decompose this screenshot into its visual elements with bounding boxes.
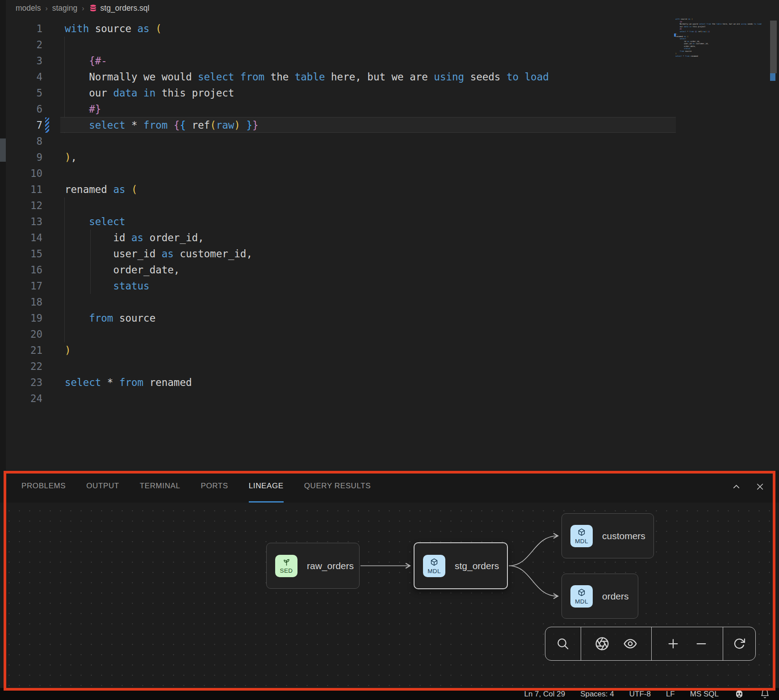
code-line[interactable]: 19 from source: [6, 310, 779, 326]
code-line[interactable]: 7 select * from {{ ref(raw) }}: [6, 117, 779, 133]
chevron-up-icon[interactable]: [731, 481, 742, 492]
code-line[interactable]: 18: [6, 294, 779, 310]
sprout-icon: [282, 557, 291, 567]
code-line[interactable]: 22: [6, 358, 779, 374]
status-item-ln-7-col-29[interactable]: Ln 7, Col 29: [524, 690, 565, 699]
eye-icon: [623, 637, 637, 651]
status-item-ms-sql[interactable]: MS SQL: [690, 690, 719, 699]
line-number: 5: [6, 85, 42, 101]
code-line[interactable]: 24: [6, 390, 779, 407]
lineage-node-stg_orders[interactable]: MDLstg_orders: [414, 542, 508, 589]
minimap[interactable]: with source as ( {#- Normally we would s…: [675, 18, 767, 89]
line-number: 21: [6, 342, 42, 358]
node-label: stg_orders: [455, 561, 499, 571]
cube-icon: [577, 528, 586, 537]
breadcrumb-item-staging[interactable]: staging: [52, 4, 77, 13]
model-badge: MDL: [423, 555, 445, 577]
code-line[interactable]: 13 select: [6, 214, 779, 230]
line-number: 13: [6, 214, 42, 230]
tab-ports[interactable]: PORTS: [201, 470, 228, 503]
line-number: 24: [6, 390, 42, 407]
bell-icon[interactable]: [760, 689, 770, 699]
status-bar: Ln 7, Col 29Spaces: 4UTF-8LFMS SQL: [0, 688, 779, 700]
code-editor[interactable]: models › staging › stg_orders.sql 1with …: [6, 0, 779, 470]
toolbar-group: [723, 627, 755, 660]
code-line[interactable]: 16 order_date,: [6, 262, 779, 278]
line-number: 9: [6, 149, 42, 165]
breadcrumb-item-models[interactable]: models: [16, 4, 41, 13]
refresh-button[interactable]: [733, 637, 746, 650]
code-line[interactable]: 17 status: [6, 278, 779, 294]
scrollbar-modified-decoration: [770, 73, 775, 81]
code-line[interactable]: 9),: [6, 149, 779, 165]
tab-lineage[interactable]: LINEAGE: [249, 470, 284, 503]
code-line[interactable]: 3 {#-: [6, 53, 779, 69]
status-item-lf[interactable]: LF: [666, 690, 675, 699]
code-line[interactable]: 12: [6, 197, 779, 214]
sidebar-edge: [0, 0, 6, 470]
close-icon[interactable]: [754, 481, 766, 492]
zoom-in-icon: [666, 637, 680, 650]
line-number: 8: [6, 133, 42, 149]
lineage-node-orders[interactable]: MDLorders: [561, 574, 638, 619]
badge-label: MDL: [427, 568, 441, 574]
code-line[interactable]: 5 our data in this project: [6, 85, 779, 101]
model-badge: MDL: [570, 585, 593, 608]
copilot-icon[interactable]: [734, 689, 745, 700]
breadcrumb: models › staging › stg_orders.sql: [16, 4, 149, 13]
line-number: 1: [6, 21, 42, 37]
vscode-window: models › staging › stg_orders.sql 1with …: [0, 0, 779, 700]
line-number: 12: [6, 197, 42, 214]
code-line[interactable]: 2: [6, 37, 779, 53]
code-line[interactable]: 14 id as order_id,: [6, 230, 779, 246]
tab-problems[interactable]: PROBLEMS: [21, 470, 66, 503]
line-number: 11: [6, 181, 42, 197]
line-number: 23: [6, 374, 42, 390]
tab-terminal[interactable]: TERMINAL: [140, 470, 180, 503]
lineage-edge: [509, 536, 557, 566]
aperture-icon: [595, 637, 609, 651]
code-line[interactable]: 1with source as (: [6, 21, 779, 37]
eye-button[interactable]: [623, 637, 637, 651]
status-item-spaces-4[interactable]: Spaces: 4: [580, 690, 614, 699]
model-badge: MDL: [570, 525, 593, 547]
chevron-right-icon: ›: [82, 4, 84, 13]
code-lines[interactable]: 1with source as (23 {#-4 Normally we wou…: [6, 21, 779, 407]
badge-label: SED: [280, 567, 293, 574]
code-line[interactable]: 8: [6, 133, 779, 149]
line-number: 16: [6, 262, 42, 278]
search-button[interactable]: [556, 637, 570, 650]
line-number: 17: [6, 278, 42, 294]
lineage-toolbar: [545, 627, 756, 661]
lineage-node-customers[interactable]: MDLcustomers: [561, 513, 654, 558]
code-line[interactable]: 23select * from renamed: [6, 374, 779, 390]
line-number: 2: [6, 37, 42, 53]
code-line[interactable]: 15 user_id as customer_id,: [6, 246, 779, 262]
chevron-right-icon: ›: [45, 4, 47, 13]
code-line[interactable]: 6 #}: [6, 101, 779, 117]
scrollbar-thumb[interactable]: [770, 21, 777, 73]
toolbar-group: [652, 627, 723, 660]
breadcrumb-item-file[interactable]: stg_orders.sql: [89, 4, 150, 13]
aperture-button[interactable]: [595, 637, 609, 651]
line-number: 10: [6, 165, 42, 181]
sidebar-drag-handle[interactable]: [0, 138, 6, 162]
code-line[interactable]: 20: [6, 326, 779, 342]
zoom-in-button[interactable]: [666, 637, 680, 650]
tab-output[interactable]: OUTPUT: [86, 470, 119, 503]
tab-query-results[interactable]: QUERY RESULTS: [304, 470, 371, 503]
line-number: 22: [6, 358, 42, 374]
badge-label: MDL: [575, 538, 588, 545]
code-line[interactable]: 21): [6, 342, 779, 358]
zoom-out-button[interactable]: [695, 637, 708, 650]
code-line[interactable]: 4 Normally we would select from the tabl…: [6, 69, 779, 85]
code-line[interactable]: 11renamed as (: [6, 181, 779, 197]
lineage-canvas[interactable]: SEDraw_ordersMDLstg_ordersMDLcustomersMD…: [0, 503, 779, 688]
toolbar-group: [545, 627, 581, 660]
lineage-node-raw_orders[interactable]: SEDraw_orders: [266, 543, 360, 589]
line-number: 19: [6, 310, 42, 326]
code-line[interactable]: 10: [6, 165, 779, 181]
line-number: 15: [6, 246, 42, 262]
status-item-utf8[interactable]: UTF-8: [629, 690, 651, 699]
refresh-icon: [733, 637, 746, 650]
